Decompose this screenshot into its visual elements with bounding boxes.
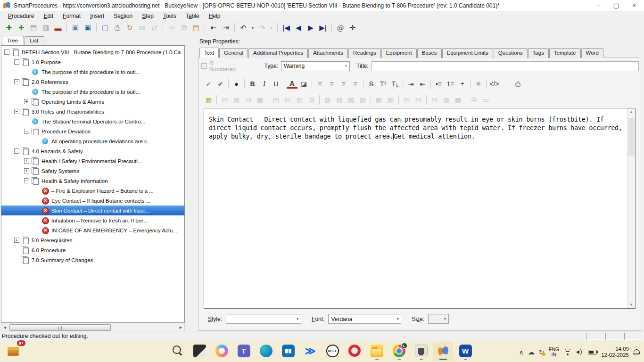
tree-item[interactable]: −Procedure Deviation bbox=[1, 126, 184, 136]
indent-step-icon[interactable]: ⇥ bbox=[220, 22, 231, 33]
tree-expander-plus-icon[interactable]: + bbox=[24, 99, 29, 104]
editor-scroll-thumb[interactable] bbox=[628, 118, 635, 156]
tree-item[interactable]: The Station/Terminal Operators or Contro… bbox=[1, 116, 184, 126]
type-dropdown[interactable]: Warning ▾ bbox=[281, 61, 350, 71]
font-color-button[interactable]: A bbox=[287, 79, 297, 89]
bold-button[interactable]: B bbox=[247, 78, 258, 90]
clock[interactable]: 14:09 12-02-2025 bbox=[601, 346, 629, 358]
editor-vertical-scrollbar[interactable]: ▲ ▼ bbox=[627, 108, 635, 308]
tree-expander-minus-icon[interactable]: − bbox=[14, 79, 19, 84]
format-wand-icon[interactable]: ✳ bbox=[473, 78, 484, 90]
italic-button[interactable]: I bbox=[259, 78, 270, 90]
tree-item[interactable]: −2.0 References bbox=[1, 77, 184, 87]
scroll-right-arrow-icon[interactable]: ▶ bbox=[177, 326, 184, 329]
align-right-button[interactable]: ≡ bbox=[338, 78, 349, 90]
menu-procedure[interactable]: Procedure bbox=[4, 12, 38, 20]
previous-step-icon[interactable]: ◀ bbox=[293, 22, 304, 33]
tree-item[interactable]: +Safety Systems bbox=[1, 166, 184, 176]
spell-check-icon[interactable]: ✓ bbox=[203, 78, 214, 90]
save-icon[interactable]: ▣ bbox=[82, 22, 93, 33]
tree-expander-minus-icon[interactable]: − bbox=[4, 49, 9, 55]
sync-status-icon[interactable]: ↻ bbox=[539, 348, 545, 356]
notification-bell-icon[interactable] bbox=[633, 349, 639, 355]
tree-horizontal-scrollbar[interactable]: ◀ ▶ bbox=[1, 324, 185, 331]
tab-general[interactable]: General bbox=[219, 48, 248, 58]
language-indicator[interactable]: ENG IN bbox=[548, 347, 559, 357]
font-dropdown[interactable]: Verdana ▾ bbox=[328, 314, 401, 324]
align-left-button[interactable]: ≡ bbox=[314, 78, 325, 90]
tree-item[interactable]: +5.0 Prerequisites bbox=[1, 235, 184, 245]
tree-expander-minus-icon[interactable]: − bbox=[24, 129, 29, 134]
tree-item[interactable]: −Health & Safety Information bbox=[1, 176, 184, 186]
tree-item[interactable]: −4.0 Hazards & Safety bbox=[1, 146, 184, 156]
start-button[interactable] bbox=[145, 342, 165, 361]
superscript-button[interactable]: T¹ bbox=[378, 78, 388, 90]
view-step-form-icon[interactable]: ▥ bbox=[40, 22, 51, 33]
opera-icon[interactable] bbox=[345, 342, 364, 361]
view-step-list-icon[interactable]: ▤ bbox=[28, 22, 39, 33]
step-text-editor[interactable]: Skin Contact – Direct contact with lique… bbox=[204, 108, 636, 309]
tree-item[interactable]: The purpose of this procedure is to outl… bbox=[1, 87, 184, 97]
menu-section[interactable]: Section bbox=[109, 12, 137, 20]
battery-icon[interactable] bbox=[588, 350, 597, 354]
power-automate-icon[interactable]: ≫ bbox=[300, 342, 320, 361]
move-step-icon[interactable]: ✛ bbox=[347, 22, 358, 33]
tray-overflow-chevron-icon[interactable]: ∧ bbox=[519, 348, 523, 356]
justify-button[interactable]: ≡ bbox=[350, 78, 361, 90]
text-to-speech-icon[interactable]: ● bbox=[231, 78, 242, 90]
scroll-up-arrow-icon[interactable]: ▲ bbox=[628, 110, 635, 114]
tree-expander-plus-icon[interactable]: + bbox=[24, 158, 29, 164]
scroll-down-arrow-icon[interactable]: ▼ bbox=[628, 303, 635, 307]
tree-item[interactable]: – Fire & Explosion Hazard – Butane is a … bbox=[1, 186, 184, 196]
tree-item[interactable]: +Health / Safety / Environmental Precaut… bbox=[1, 156, 184, 166]
tree-item[interactable]: 6.0 Procedure bbox=[1, 245, 184, 255]
tree-tab-tree[interactable]: Tree bbox=[2, 36, 24, 45]
copilot-icon[interactable] bbox=[212, 342, 231, 361]
menu-insert[interactable]: Insert bbox=[86, 12, 108, 20]
print-text-button[interactable]: ⎙ bbox=[512, 78, 523, 90]
numbered-list-button[interactable]: 1≡ bbox=[445, 78, 456, 90]
tree-tab-list[interactable]: List bbox=[25, 36, 44, 46]
scroll-track[interactable] bbox=[8, 324, 177, 331]
search-icon[interactable] bbox=[167, 342, 187, 361]
wifi-icon[interactable] bbox=[563, 349, 572, 355]
undo-dropdown-icon[interactable]: ▾ bbox=[250, 22, 256, 33]
indent-button[interactable]: ⇥ bbox=[405, 78, 416, 90]
last-step-icon[interactable]: ▶| bbox=[317, 22, 329, 33]
store-icon[interactable] bbox=[278, 342, 298, 361]
first-step-icon[interactable]: |◀ bbox=[281, 22, 292, 33]
outdent-step-icon[interactable]: ⇤ bbox=[208, 22, 219, 33]
tree-item[interactable]: The purpose of this procedure is to outl… bbox=[1, 67, 184, 77]
hr-app-icon[interactable] bbox=[411, 342, 431, 361]
highlight-color-button[interactable]: ◪ bbox=[298, 78, 309, 90]
close-button[interactable]: × bbox=[630, 2, 638, 9]
menu-edit[interactable]: Edit bbox=[39, 12, 58, 20]
size-dropdown[interactable]: ▾ bbox=[428, 314, 449, 324]
tab-template[interactable]: Template bbox=[549, 48, 581, 58]
tree-item[interactable]: All operating procedure deviations are c… bbox=[1, 136, 184, 146]
menu-tools[interactable]: Tools bbox=[159, 12, 181, 20]
find-icon[interactable]: @ bbox=[335, 22, 346, 33]
dell-icon[interactable]: DELL bbox=[322, 342, 342, 361]
html-source-button[interactable]: </> bbox=[489, 78, 500, 90]
tree-item[interactable]: IN CASE OF AN EMERGENCY – Emergency Actu… bbox=[1, 225, 184, 235]
step-text-content[interactable]: Skin Contact – Direct contact with lique… bbox=[209, 115, 623, 140]
tree-item[interactable]: −BETEU Section VIII - Butane Blending to… bbox=[1, 47, 184, 57]
strikethrough-button[interactable]: S bbox=[366, 78, 377, 90]
next-step-icon[interactable]: ▶ bbox=[305, 22, 316, 33]
tree-expander-minus-icon[interactable]: − bbox=[14, 109, 19, 114]
tree-item[interactable]: −3.0 Roles and Responsibilities bbox=[1, 107, 184, 116]
scroll-left-arrow-icon[interactable]: ◀ bbox=[1, 326, 8, 329]
outdent-button[interactable]: ⇤ bbox=[417, 78, 428, 90]
tree-expander-minus-icon[interactable]: − bbox=[14, 59, 19, 65]
tree-item[interactable]: +Operating Limits & Alarms bbox=[1, 97, 184, 107]
bullet-list-button[interactable]: •≡ bbox=[433, 78, 444, 90]
menu-step[interactable]: Step bbox=[138, 12, 158, 20]
volume-icon[interactable] bbox=[576, 349, 584, 355]
print-icon[interactable]: ⎙ bbox=[112, 22, 123, 33]
restore-button[interactable]: ▢ bbox=[612, 2, 620, 9]
step-title-input[interactable] bbox=[372, 61, 639, 71]
tab-readings[interactable]: Readings bbox=[348, 48, 381, 58]
scroll-thumb[interactable] bbox=[9, 324, 111, 331]
style-dropdown[interactable]: ▾ bbox=[226, 314, 301, 324]
